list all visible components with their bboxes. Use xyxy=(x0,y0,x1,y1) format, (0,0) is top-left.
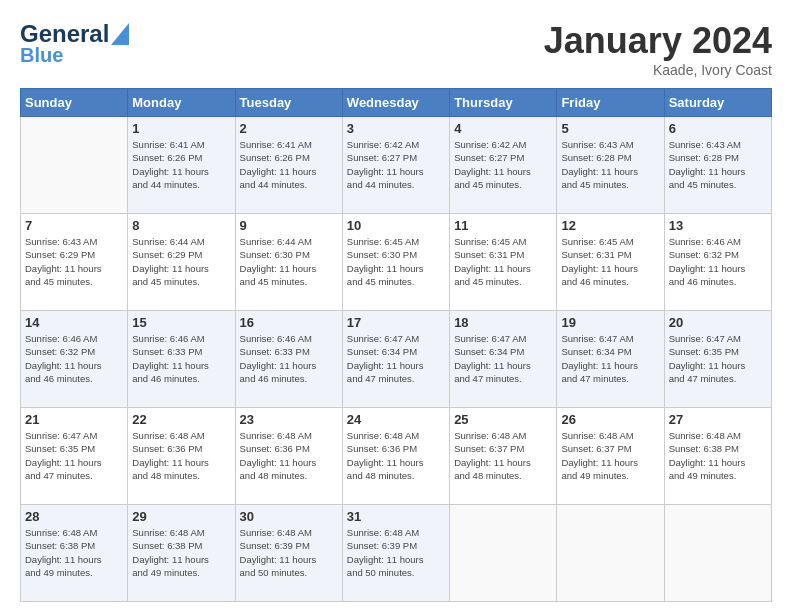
day-info: Sunrise: 6:42 AMSunset: 6:27 PMDaylight:… xyxy=(347,138,445,191)
calendar-cell: 30Sunrise: 6:48 AMSunset: 6:39 PMDayligh… xyxy=(235,505,342,602)
weekday-friday: Friday xyxy=(557,89,664,117)
logo: General Blue xyxy=(20,20,129,67)
calendar-cell: 26Sunrise: 6:48 AMSunset: 6:37 PMDayligh… xyxy=(557,408,664,505)
day-info: Sunrise: 6:45 AMSunset: 6:30 PMDaylight:… xyxy=(347,235,445,288)
day-info: Sunrise: 6:41 AMSunset: 6:26 PMDaylight:… xyxy=(132,138,230,191)
calendar-cell: 9Sunrise: 6:44 AMSunset: 6:30 PMDaylight… xyxy=(235,214,342,311)
calendar-week-4: 21Sunrise: 6:47 AMSunset: 6:35 PMDayligh… xyxy=(21,408,772,505)
calendar-cell: 29Sunrise: 6:48 AMSunset: 6:38 PMDayligh… xyxy=(128,505,235,602)
day-info: Sunrise: 6:42 AMSunset: 6:27 PMDaylight:… xyxy=(454,138,552,191)
day-number: 25 xyxy=(454,412,552,427)
calendar-cell: 7Sunrise: 6:43 AMSunset: 6:29 PMDaylight… xyxy=(21,214,128,311)
day-number: 16 xyxy=(240,315,338,330)
day-info: Sunrise: 6:46 AMSunset: 6:32 PMDaylight:… xyxy=(669,235,767,288)
day-info: Sunrise: 6:46 AMSunset: 6:33 PMDaylight:… xyxy=(132,332,230,385)
day-number: 29 xyxy=(132,509,230,524)
day-number: 3 xyxy=(347,121,445,136)
day-info: Sunrise: 6:45 AMSunset: 6:31 PMDaylight:… xyxy=(561,235,659,288)
day-number: 20 xyxy=(669,315,767,330)
day-info: Sunrise: 6:48 AMSunset: 6:38 PMDaylight:… xyxy=(669,429,767,482)
weekday-header-row: SundayMondayTuesdayWednesdayThursdayFrid… xyxy=(21,89,772,117)
day-info: Sunrise: 6:41 AMSunset: 6:26 PMDaylight:… xyxy=(240,138,338,191)
day-number: 1 xyxy=(132,121,230,136)
calendar-cell: 22Sunrise: 6:48 AMSunset: 6:36 PMDayligh… xyxy=(128,408,235,505)
day-number: 13 xyxy=(669,218,767,233)
day-info: Sunrise: 6:44 AMSunset: 6:30 PMDaylight:… xyxy=(240,235,338,288)
day-number: 6 xyxy=(669,121,767,136)
day-info: Sunrise: 6:47 AMSunset: 6:35 PMDaylight:… xyxy=(25,429,123,482)
day-info: Sunrise: 6:48 AMSunset: 6:38 PMDaylight:… xyxy=(25,526,123,579)
weekday-thursday: Thursday xyxy=(450,89,557,117)
location: Kaade, Ivory Coast xyxy=(544,62,772,78)
day-number: 31 xyxy=(347,509,445,524)
calendar-cell: 17Sunrise: 6:47 AMSunset: 6:34 PMDayligh… xyxy=(342,311,449,408)
calendar-cell xyxy=(450,505,557,602)
calendar-cell xyxy=(664,505,771,602)
day-info: Sunrise: 6:47 AMSunset: 6:34 PMDaylight:… xyxy=(561,332,659,385)
day-number: 23 xyxy=(240,412,338,427)
svg-marker-0 xyxy=(111,23,129,45)
weekday-wednesday: Wednesday xyxy=(342,89,449,117)
calendar-cell: 28Sunrise: 6:48 AMSunset: 6:38 PMDayligh… xyxy=(21,505,128,602)
calendar-cell: 2Sunrise: 6:41 AMSunset: 6:26 PMDaylight… xyxy=(235,117,342,214)
day-info: Sunrise: 6:48 AMSunset: 6:37 PMDaylight:… xyxy=(454,429,552,482)
day-info: Sunrise: 6:43 AMSunset: 6:28 PMDaylight:… xyxy=(669,138,767,191)
day-number: 12 xyxy=(561,218,659,233)
day-info: Sunrise: 6:48 AMSunset: 6:38 PMDaylight:… xyxy=(132,526,230,579)
day-number: 15 xyxy=(132,315,230,330)
day-number: 18 xyxy=(454,315,552,330)
calendar-week-2: 7Sunrise: 6:43 AMSunset: 6:29 PMDaylight… xyxy=(21,214,772,311)
day-number: 26 xyxy=(561,412,659,427)
day-info: Sunrise: 6:47 AMSunset: 6:34 PMDaylight:… xyxy=(347,332,445,385)
calendar-cell: 14Sunrise: 6:46 AMSunset: 6:32 PMDayligh… xyxy=(21,311,128,408)
day-number: 19 xyxy=(561,315,659,330)
calendar-cell: 21Sunrise: 6:47 AMSunset: 6:35 PMDayligh… xyxy=(21,408,128,505)
day-info: Sunrise: 6:48 AMSunset: 6:37 PMDaylight:… xyxy=(561,429,659,482)
calendar-week-5: 28Sunrise: 6:48 AMSunset: 6:38 PMDayligh… xyxy=(21,505,772,602)
day-info: Sunrise: 6:48 AMSunset: 6:39 PMDaylight:… xyxy=(240,526,338,579)
calendar-cell: 10Sunrise: 6:45 AMSunset: 6:30 PMDayligh… xyxy=(342,214,449,311)
calendar-cell: 6Sunrise: 6:43 AMSunset: 6:28 PMDaylight… xyxy=(664,117,771,214)
calendar-cell: 11Sunrise: 6:45 AMSunset: 6:31 PMDayligh… xyxy=(450,214,557,311)
day-number: 10 xyxy=(347,218,445,233)
calendar-cell: 25Sunrise: 6:48 AMSunset: 6:37 PMDayligh… xyxy=(450,408,557,505)
day-number: 21 xyxy=(25,412,123,427)
day-number: 22 xyxy=(132,412,230,427)
header: General Blue January 2024 Kaade, Ivory C… xyxy=(20,20,772,78)
day-info: Sunrise: 6:47 AMSunset: 6:34 PMDaylight:… xyxy=(454,332,552,385)
day-info: Sunrise: 6:43 AMSunset: 6:29 PMDaylight:… xyxy=(25,235,123,288)
calendar-cell xyxy=(21,117,128,214)
day-info: Sunrise: 6:46 AMSunset: 6:33 PMDaylight:… xyxy=(240,332,338,385)
day-info: Sunrise: 6:43 AMSunset: 6:28 PMDaylight:… xyxy=(561,138,659,191)
calendar-cell: 4Sunrise: 6:42 AMSunset: 6:27 PMDaylight… xyxy=(450,117,557,214)
page: General Blue January 2024 Kaade, Ivory C… xyxy=(0,0,792,612)
day-info: Sunrise: 6:45 AMSunset: 6:31 PMDaylight:… xyxy=(454,235,552,288)
day-number: 9 xyxy=(240,218,338,233)
calendar-cell: 1Sunrise: 6:41 AMSunset: 6:26 PMDaylight… xyxy=(128,117,235,214)
day-info: Sunrise: 6:48 AMSunset: 6:36 PMDaylight:… xyxy=(132,429,230,482)
day-info: Sunrise: 6:47 AMSunset: 6:35 PMDaylight:… xyxy=(669,332,767,385)
weekday-tuesday: Tuesday xyxy=(235,89,342,117)
day-number: 4 xyxy=(454,121,552,136)
calendar-cell: 3Sunrise: 6:42 AMSunset: 6:27 PMDaylight… xyxy=(342,117,449,214)
day-number: 11 xyxy=(454,218,552,233)
day-info: Sunrise: 6:48 AMSunset: 6:39 PMDaylight:… xyxy=(347,526,445,579)
calendar-cell: 8Sunrise: 6:44 AMSunset: 6:29 PMDaylight… xyxy=(128,214,235,311)
day-info: Sunrise: 6:48 AMSunset: 6:36 PMDaylight:… xyxy=(240,429,338,482)
day-info: Sunrise: 6:48 AMSunset: 6:36 PMDaylight:… xyxy=(347,429,445,482)
weekday-monday: Monday xyxy=(128,89,235,117)
day-number: 7 xyxy=(25,218,123,233)
calendar-cell: 5Sunrise: 6:43 AMSunset: 6:28 PMDaylight… xyxy=(557,117,664,214)
day-number: 30 xyxy=(240,509,338,524)
weekday-saturday: Saturday xyxy=(664,89,771,117)
month-title: January 2024 xyxy=(544,20,772,62)
day-info: Sunrise: 6:46 AMSunset: 6:32 PMDaylight:… xyxy=(25,332,123,385)
calendar-table: SundayMondayTuesdayWednesdayThursdayFrid… xyxy=(20,88,772,602)
calendar-week-3: 14Sunrise: 6:46 AMSunset: 6:32 PMDayligh… xyxy=(21,311,772,408)
calendar-cell: 18Sunrise: 6:47 AMSunset: 6:34 PMDayligh… xyxy=(450,311,557,408)
logo-triangle-icon xyxy=(111,23,129,45)
day-number: 27 xyxy=(669,412,767,427)
day-number: 2 xyxy=(240,121,338,136)
day-number: 17 xyxy=(347,315,445,330)
calendar-cell: 27Sunrise: 6:48 AMSunset: 6:38 PMDayligh… xyxy=(664,408,771,505)
